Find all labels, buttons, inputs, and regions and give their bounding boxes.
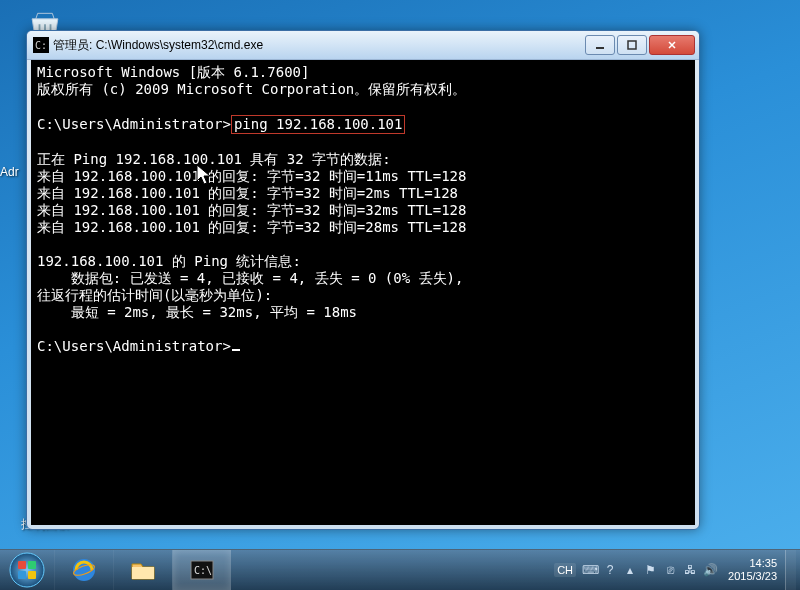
svg-rect-16 — [132, 567, 154, 579]
system-tray: CH ⌨ ? ▴ ⚑ ⎚ 🖧 🔊 14:35 2015/3/23 — [550, 550, 800, 590]
taskbar-cmd-button[interactable]: C:\ — [172, 550, 231, 590]
svg-point-9 — [10, 553, 44, 587]
cmd-icon: C: — [33, 37, 49, 53]
svg-text:C:\: C:\ — [194, 565, 212, 576]
desktop-icon-label-partial: Adr — [0, 165, 19, 179]
help-icon[interactable]: ? — [602, 562, 618, 578]
svg-rect-8 — [628, 41, 636, 49]
clock-time: 14:35 — [728, 557, 777, 570]
start-button[interactable] — [0, 550, 54, 590]
close-button[interactable] — [649, 35, 695, 55]
highlighted-command: ping 192.168.100.101 — [231, 115, 406, 134]
svg-rect-11 — [28, 561, 36, 569]
svg-rect-10 — [18, 561, 26, 569]
svg-text:C:: C: — [35, 40, 47, 51]
taskbar-explorer-button[interactable] — [113, 550, 172, 590]
window-title: 管理员: C:\Windows\system32\cmd.exe — [53, 37, 585, 54]
taskbar-clock[interactable]: 14:35 2015/3/23 — [728, 557, 777, 583]
keyboard-icon[interactable]: ⌨ — [582, 562, 598, 578]
tray-chevron-icon[interactable]: ▴ — [622, 562, 638, 578]
language-indicator[interactable]: CH — [554, 563, 576, 577]
maximize-button[interactable] — [617, 35, 647, 55]
titlebar[interactable]: C: 管理员: C:\Windows\system32\cmd.exe — [27, 31, 699, 60]
svg-rect-13 — [28, 571, 36, 579]
cmd-window: C: 管理员: C:\Windows\system32\cmd.exe Micr… — [26, 30, 700, 530]
taskbar-ie-button[interactable] — [54, 550, 113, 590]
devices-icon[interactable]: ⎚ — [662, 562, 678, 578]
show-desktop-button[interactable] — [785, 550, 796, 590]
network-icon[interactable]: 🖧 — [682, 562, 698, 578]
minimize-button[interactable] — [585, 35, 615, 55]
svg-rect-12 — [18, 571, 26, 579]
svg-rect-7 — [596, 47, 604, 49]
text-cursor — [232, 349, 240, 351]
volume-icon[interactable]: 🔊 — [702, 562, 718, 578]
console-output[interactable]: Microsoft Windows [版本 6.1.7600] 版权所有 (c)… — [31, 60, 695, 525]
taskbar: C:\ CH ⌨ ? ▴ ⚑ ⎚ 🖧 🔊 14:35 2015/3/23 — [0, 549, 800, 590]
action-center-icon[interactable]: ⚑ — [642, 562, 658, 578]
clock-date: 2015/3/23 — [728, 570, 777, 583]
